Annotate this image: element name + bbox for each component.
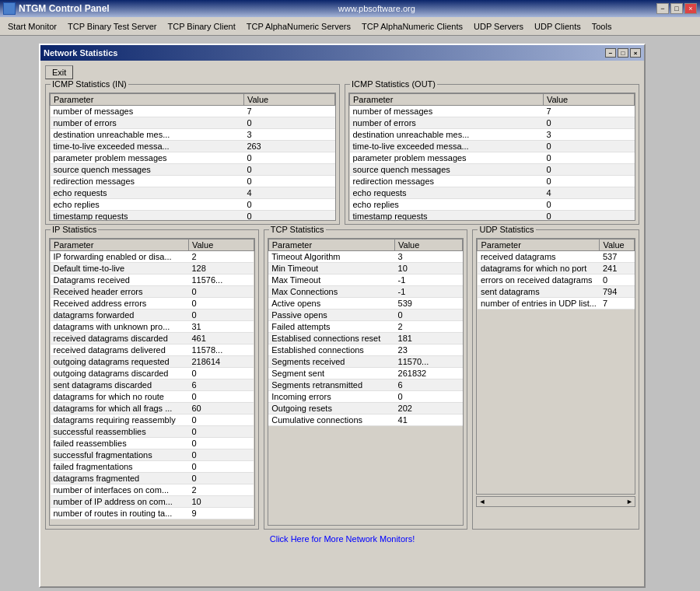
ip-stats-table-scroll[interactable]: Parameter Value IP forwarding enabled or…: [49, 238, 255, 526]
value-cell: 23: [395, 344, 463, 356]
udp-stats-label: UDP Statistics: [478, 225, 535, 234]
param-cell: successful fragmentations: [51, 449, 189, 461]
table-row: timestamp requests0: [51, 211, 335, 222]
inner-close-button[interactable]: ×: [630, 48, 641, 58]
table-row: destination unreachable mes...3: [350, 129, 635, 141]
value-cell: 0: [543, 117, 634, 129]
value-cell: 539: [395, 298, 463, 309]
param-cell: echo requests: [51, 187, 244, 199]
table-row: number of IP address on com...10: [51, 496, 254, 508]
param-cell: Default time-to-live: [51, 263, 189, 275]
value-cell: 261832: [395, 368, 463, 379]
menu-udp-servers[interactable]: UDP Servers: [469, 20, 528, 33]
footer-link-container: Click Here for More Network Monitors!: [45, 534, 639, 544]
udp-scroll-right[interactable]: ►: [625, 498, 635, 505]
more-monitors-link[interactable]: Click Here for More Network Monitors!: [270, 534, 415, 544]
value-cell: 0: [243, 211, 334, 222]
param-cell: Datagrams received: [51, 275, 189, 286]
table-row: source quench messages0: [350, 164, 635, 176]
value-cell: 0: [188, 309, 254, 321]
icmp-in-label: ICMP Statistics (IN): [51, 79, 128, 89]
value-cell: 6: [188, 379, 254, 391]
table-row: Max Timeout-1: [268, 275, 463, 286]
menu-start-monitor[interactable]: Start Monitor: [3, 20, 61, 33]
value-cell: 0: [188, 286, 254, 298]
table-row: sent datagrams794: [478, 286, 635, 298]
value-cell: 60: [188, 403, 254, 414]
param-cell: Establised connections reset: [268, 333, 394, 344]
maximize-button[interactable]: □: [670, 3, 683, 14]
menu-udp-clients[interactable]: UDP Clients: [530, 20, 586, 33]
value-cell: 0: [243, 117, 334, 129]
value-cell: 0: [188, 426, 254, 438]
param-cell: sent datagrams discarded: [51, 379, 189, 391]
table-row: received datagrams delivered11578...: [51, 344, 254, 356]
table-row: Min Timeout10: [268, 263, 463, 275]
table-row: Established connections23: [268, 344, 463, 356]
title-bar: NTGM Control Panel www.pbsoftware.org − …: [0, 0, 700, 17]
ip-col-param: Parameter: [51, 240, 189, 251]
value-cell: 4: [543, 187, 634, 199]
udp-stats-table-scroll[interactable]: Parameter Value received datagrams537dat…: [476, 238, 635, 495]
value-cell: 0: [243, 152, 334, 164]
value-cell: 7: [543, 106, 634, 117]
udp-col-param: Parameter: [478, 240, 600, 251]
icmp-out-table-scroll[interactable]: Parameter Value number of messages7numbe…: [348, 93, 635, 221]
inner-window-title: Network Statistics: [44, 48, 117, 58]
param-cell: parameter problem messages: [51, 152, 244, 164]
table-row: destination unreachable mes...3: [51, 129, 335, 141]
tcp-stats-table-scroll[interactable]: Parameter Value Timeout Algorithm3Min Ti…: [268, 238, 464, 526]
value-cell: 0: [188, 438, 254, 449]
tcp-stats-table: Parameter Value Timeout Algorithm3Min Ti…: [268, 239, 464, 426]
value-cell: 9: [188, 508, 254, 519]
inner-minimize-button[interactable]: −: [605, 48, 616, 58]
udp-stats-panel: UDP Statistics Parameter Value received …: [472, 229, 639, 530]
table-row: number of messages7: [51, 106, 335, 117]
icmp-out-panel: ICMP Statistics (OUT) Parameter Value nu…: [345, 84, 639, 225]
minimize-button[interactable]: −: [656, 3, 669, 14]
value-cell: 4: [243, 187, 334, 199]
value-cell: 0: [543, 199, 634, 211]
table-row: echo replies0: [51, 199, 335, 211]
param-cell: echo replies: [51, 199, 244, 211]
param-cell: sent datagrams: [478, 286, 600, 298]
value-cell: 0: [188, 449, 254, 461]
table-row: datagrams forwarded0: [51, 309, 254, 321]
table-row: successful reassemblies0: [51, 426, 254, 438]
icmp-in-table-scroll[interactable]: Parameter Value number of messages7numbe…: [49, 93, 336, 221]
menu-tcp-alphanumeric-servers[interactable]: TCP AlphaNumeric Servers: [242, 20, 355, 33]
param-cell: timestamp requests: [350, 211, 544, 222]
table-row: redirection messages0: [51, 176, 335, 187]
table-row: datagrams for which no route0: [51, 391, 254, 403]
menu-tcp-alphanumeric-clients[interactable]: TCP AlphaNumeric Clients: [357, 20, 467, 33]
table-row: echo replies0: [350, 199, 635, 211]
table-row: Default time-to-live128: [51, 263, 254, 275]
table-row: number of routes in routing ta...9: [51, 508, 254, 519]
table-row: failed reassemblies0: [51, 438, 254, 449]
param-cell: datagrams with unknown pro...: [51, 321, 189, 333]
udp-scrollbar[interactable]: ◄ ►: [476, 496, 635, 507]
param-cell: redirection messages: [51, 176, 244, 187]
table-row: source quench messages0: [51, 164, 335, 176]
menu-tools[interactable]: Tools: [587, 20, 617, 33]
param-cell: Failed attempts: [268, 321, 394, 333]
menu-tcp-binary-client[interactable]: TCP Binary Client: [163, 20, 240, 33]
value-cell: 2: [188, 484, 254, 496]
inner-maximize-button[interactable]: □: [618, 48, 628, 58]
icmp-row: ICMP Statistics (IN) Parameter Value num…: [45, 84, 639, 225]
table-row: outgoing datagrams discarded0: [51, 368, 254, 379]
param-cell: number of routes in routing ta...: [51, 508, 189, 519]
param-cell: failed reassemblies: [51, 438, 189, 449]
param-cell: Passive opens: [268, 309, 394, 321]
value-cell: 0: [243, 164, 334, 176]
value-cell: 0: [543, 141, 634, 152]
udp-scroll-left[interactable]: ◄: [477, 498, 487, 505]
value-cell: 41: [395, 414, 463, 426]
param-cell: Max Timeout: [268, 275, 394, 286]
exit-button[interactable]: Exit: [45, 65, 73, 79]
value-cell: 0: [543, 152, 634, 164]
table-row: echo requests4: [51, 187, 335, 199]
close-button[interactable]: ×: [684, 3, 697, 14]
menu-tcp-binary-test-server[interactable]: TCP Binary Test Server: [63, 20, 162, 33]
value-cell: 7: [243, 106, 334, 117]
